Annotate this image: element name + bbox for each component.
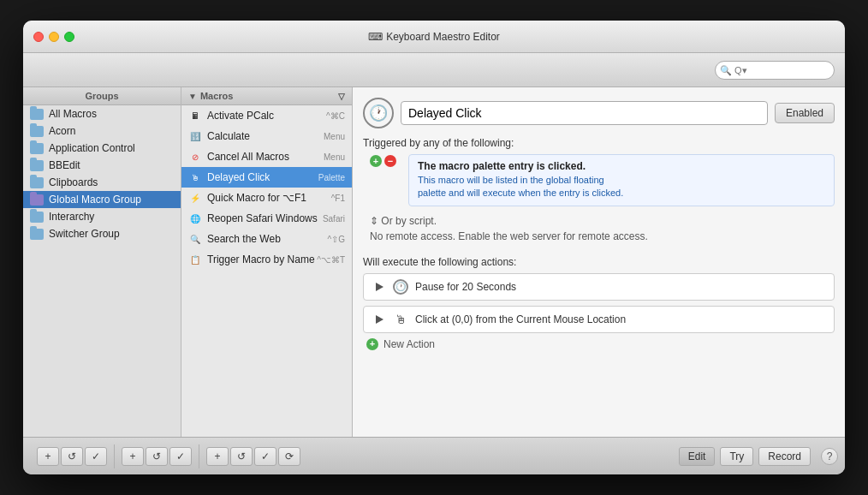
macro-icon-calculate: 🔢 — [188, 129, 202, 143]
close-button[interactable] — [33, 32, 44, 42]
groups-bottom-buttons: + ↺ ✓ — [30, 447, 114, 466]
action-buttons: Edit Try Record — [679, 447, 814, 466]
detail-sync-button[interactable]: ⟳ — [278, 447, 300, 466]
action-row-pause: 🕐 Pause for 20 Seconds — [363, 273, 835, 301]
sidebar-item-bbedit[interactable]: BBEdit — [23, 157, 181, 174]
main-window: ⌨ Keyboard Maestro Editor 🔍 Groups All M… — [23, 21, 845, 474]
new-action-row[interactable]: + New Action — [363, 338, 835, 350]
record-button[interactable]: Record — [758, 447, 811, 466]
folder-icon — [30, 109, 44, 120]
macro-item-trigger-by-name[interactable]: 📋 Trigger Macro by Name ^⌥⌘T — [181, 249, 352, 270]
main-content: Groups All Macros Acorn Application Cont… — [23, 87, 845, 437]
macros-list: 🖩 Activate PCalc ^⌘C 🔢 Calculate Menu ⊘ — [181, 105, 352, 437]
macro-icon-search: 🔍 — [188, 232, 202, 246]
folder-icon — [30, 229, 44, 240]
macros-refresh-button[interactable]: ↺ — [146, 447, 168, 466]
remove-trigger-button[interactable]: − — [384, 155, 396, 167]
sidebar-item-global-macro-group[interactable]: Global Macro Group — [23, 191, 181, 208]
macro-item-cancel-all-macros[interactable]: ⊘ Cancel All Macros Menu — [181, 146, 352, 167]
groups-list: All Macros Acorn Application Control BBE… — [23, 105, 181, 437]
filter-icon: ▽ — [338, 92, 345, 101]
actions-header: Will execute the following actions: — [363, 256, 835, 268]
folder-icon — [30, 177, 44, 188]
detail-bottom-buttons: + ↺ ✓ ⟳ — [199, 447, 307, 466]
macro-clock-icon: 🕐 — [363, 98, 394, 128]
folder-icon — [30, 126, 44, 137]
no-remote-access: No remote access. Enable the web server … — [363, 230, 835, 242]
sidebar-item-acorn[interactable]: Acorn — [23, 122, 181, 140]
macro-name-input[interactable] — [401, 101, 768, 125]
groups-check-button[interactable]: ✓ — [85, 447, 107, 466]
new-action-label: New Action — [383, 338, 435, 350]
action-cursor-icon: 🖱 — [393, 312, 408, 327]
sidebar-item-interarchy[interactable]: Interarchy — [23, 208, 181, 225]
sidebar-item-application-control[interactable]: Application Control — [23, 140, 181, 157]
enabled-button[interactable]: Enabled — [775, 103, 835, 123]
macro-icon-cancel: ⊘ — [188, 150, 202, 164]
palette-entry-bold: The macro palette entry is clicked. — [418, 160, 825, 172]
detail-refresh-button[interactable]: ↺ — [230, 447, 253, 466]
play-triangle-icon — [376, 315, 383, 324]
folder-icon — [30, 143, 44, 154]
groups-header: Groups — [23, 87, 181, 105]
help-button[interactable]: ? — [821, 448, 838, 465]
macros-header-left: ▼ Macros — [188, 91, 233, 101]
add-action-button[interactable]: + — [366, 338, 378, 350]
macros-bottom-buttons: + ↺ ✓ — [115, 447, 199, 466]
sort-down-icon: ▼ — [188, 92, 197, 101]
macro-icon-trigger: 📋 — [188, 253, 202, 266]
macro-title-row: 🕐 Enabled — [363, 98, 835, 128]
triggers-header: Triggered by any of the following: — [363, 137, 835, 149]
macro-icon-pcalc: 🖩 — [188, 109, 202, 122]
keyboard-icon: ⌨ — [368, 31, 383, 43]
play-triangle-icon — [376, 283, 383, 291]
sidebar-item-switcher-group[interactable]: Switcher Group — [23, 225, 181, 242]
search-wrapper: 🔍 — [715, 61, 835, 80]
edit-button[interactable]: Edit — [679, 447, 716, 466]
detail-panel: 🕐 Enabled Triggered by any of the follow… — [353, 87, 845, 437]
triggers-section: Triggered by any of the following: + − T… — [363, 137, 835, 249]
action-clock-icon: 🕐 — [393, 279, 408, 295]
macro-icon-safari: 🌐 — [188, 212, 202, 225]
play-button-click[interactable] — [372, 313, 386, 326]
macro-item-activate-pcalc[interactable]: 🖩 Activate PCalc ^⌘C — [181, 105, 352, 126]
bottom-toolbar: + ↺ ✓ + ↺ ✓ + ↺ ✓ ⟳ Edit Try Record ? — [23, 437, 845, 474]
palette-entry-block: The macro palette entry is clicked. This… — [408, 154, 835, 206]
or-by-script: ⇕ Or by script. — [363, 215, 835, 227]
groups-panel: Groups All Macros Acorn Application Cont… — [23, 87, 181, 437]
macro-item-reopen-safari[interactable]: 🌐 Reopen Safari Windows Safari — [181, 208, 352, 229]
palette-entry-desc: This macro will be listed in the global … — [418, 174, 825, 200]
macro-item-delayed-click[interactable]: 🖱 Delayed Click Palette — [181, 167, 352, 188]
action-row-click: 🖱 Click at (0,0) from the Current Mouse … — [363, 306, 835, 333]
folder-icon — [30, 160, 44, 171]
macro-item-calculate[interactable]: 🔢 Calculate Menu — [181, 126, 352, 146]
add-trigger-button[interactable]: + — [370, 155, 382, 167]
macros-check-button[interactable]: ✓ — [169, 447, 192, 466]
toolbar: 🔍 — [23, 53, 845, 87]
macro-icon-quick: ⚡ — [188, 191, 202, 205]
play-button-pause[interactable] — [372, 280, 386, 294]
sidebar-item-clipboards[interactable]: Clipboards — [23, 174, 181, 191]
try-button[interactable]: Try — [720, 447, 753, 466]
macro-item-quick-macro[interactable]: ⚡ Quick Macro for ⌥F1 ^F1 — [181, 188, 352, 208]
folder-icon-purple — [30, 194, 44, 206]
groups-add-button[interactable]: + — [37, 447, 59, 466]
macro-item-search-the-web[interactable]: 🔍 Search the Web ^⇧G — [181, 229, 352, 249]
sidebar-item-all-macros[interactable]: All Macros — [23, 105, 181, 122]
macros-header: ▼ Macros ▽ — [181, 87, 352, 105]
actions-section: Will execute the following actions: 🕐 Pa… — [363, 256, 835, 350]
macro-icon-delayed: 🖱 — [188, 170, 202, 184]
window-title: ⌨ Keyboard Maestro Editor — [368, 31, 500, 43]
detail-check-button[interactable]: ✓ — [254, 447, 276, 466]
macros-panel: ▼ Macros ▽ 🖩 Activate PCalc ^⌘C 🔢 Calcu — [181, 87, 353, 437]
traffic-lights — [33, 32, 74, 42]
groups-refresh-button[interactable]: ↺ — [61, 447, 83, 466]
minimize-button[interactable] — [49, 32, 59, 42]
folder-icon — [30, 212, 44, 223]
titlebar: ⌨ Keyboard Maestro Editor — [23, 21, 845, 53]
detail-add-button[interactable]: + — [206, 447, 229, 466]
macros-add-button[interactable]: + — [122, 447, 144, 466]
maximize-button[interactable] — [64, 32, 74, 42]
search-input[interactable] — [715, 61, 835, 80]
